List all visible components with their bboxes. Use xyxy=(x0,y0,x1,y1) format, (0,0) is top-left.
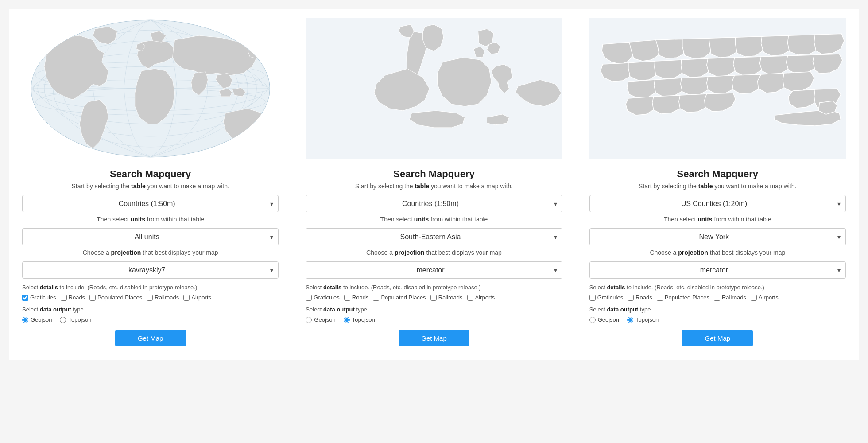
radio-input-0[interactable] xyxy=(589,317,596,323)
radio-label-1: Topojson xyxy=(68,316,91,323)
checkbox-input-1[interactable] xyxy=(344,295,350,301)
checkbox-input-0[interactable] xyxy=(589,295,596,301)
projection-select-3[interactable]: kavrayskiy7mercatoralbersorthographic xyxy=(589,261,846,279)
radio-row-2: Geojson Topojson xyxy=(306,316,562,323)
checkbox-label-2: Populated Places xyxy=(665,294,709,301)
panel-subtitle-3: Start by selecting the table you want to… xyxy=(639,183,796,190)
projection-select-1[interactable]: kavrayskiy7mercatoralbersorthographic xyxy=(22,261,279,279)
output-hint-2: Select data output type xyxy=(306,306,562,313)
table-select-wrapper-3[interactable]: Countries (1:50m)Countries (1:10m)US Cou… xyxy=(589,195,846,212)
checkbox-graticules[interactable]: Graticules xyxy=(22,294,56,301)
radio-row-1: Geojson Topojson xyxy=(22,316,279,323)
units-hint-2: Then select units from within that table xyxy=(380,216,488,223)
checkbox-label-1: Roads xyxy=(636,294,652,301)
units-select-wrapper-1[interactable]: All unitsSouth-Eastern AsiaNew York xyxy=(22,228,279,245)
checkbox-graticules[interactable]: Graticules xyxy=(306,294,340,301)
radio-input-1[interactable] xyxy=(60,317,66,323)
checkbox-railroads[interactable]: Railroads xyxy=(714,294,746,301)
checkbox-input-0[interactable] xyxy=(306,295,312,301)
radio-topojson[interactable]: Topojson xyxy=(627,316,659,323)
checkbox-input-3[interactable] xyxy=(714,295,720,301)
panel-1: Search Mapquery Start by selecting the t… xyxy=(9,9,292,360)
checkbox-populated-places[interactable]: Populated Places xyxy=(373,294,426,301)
projection-select-wrapper-1[interactable]: kavrayskiy7mercatoralbersorthographic xyxy=(22,261,279,279)
radio-row-3: Geojson Topojson xyxy=(589,316,846,323)
projection-select-wrapper-2[interactable]: kavrayskiy7mercatoralbersorthographic xyxy=(306,261,562,279)
radio-label-1: Topojson xyxy=(636,316,659,323)
units-select-1[interactable]: All unitsSouth-Eastern AsiaNew York xyxy=(22,228,279,245)
checkbox-input-1[interactable] xyxy=(628,295,634,301)
units-select-3[interactable]: All unitsSouth-Eastern AsiaNew York xyxy=(589,228,846,245)
checkbox-label-4: Airports xyxy=(191,294,211,301)
map-container-3 xyxy=(589,18,846,159)
projection-select-wrapper-3[interactable]: kavrayskiy7mercatoralbersorthographic xyxy=(589,261,846,279)
radio-label-0: Geojson xyxy=(31,316,52,323)
checkbox-input-3[interactable] xyxy=(430,295,437,301)
radio-input-0[interactable] xyxy=(306,317,312,323)
details-hint-3: Select details to include. (Roads, etc. … xyxy=(589,284,846,291)
radio-input-1[interactable] xyxy=(344,317,350,323)
radio-input-0[interactable] xyxy=(22,317,28,323)
get-map-button-2[interactable]: Get Map xyxy=(399,330,469,346)
radio-geojson[interactable]: Geojson xyxy=(589,316,619,323)
units-select-2[interactable]: All unitsSouth-Eastern AsiaNew York xyxy=(306,228,562,245)
checkbox-label-3: Railroads xyxy=(722,294,746,301)
checkbox-roads[interactable]: Roads xyxy=(344,294,369,301)
table-select-3[interactable]: Countries (1:50m)Countries (1:10m)US Cou… xyxy=(589,195,846,212)
checkbox-populated-places[interactable]: Populated Places xyxy=(89,294,142,301)
checkbox-roads[interactable]: Roads xyxy=(628,294,652,301)
table-select-1[interactable]: Countries (1:50m)Countries (1:10m)US Cou… xyxy=(22,195,279,212)
units-select-wrapper-3[interactable]: All unitsSouth-Eastern AsiaNew York xyxy=(589,228,846,245)
checkboxes-row-2: Graticules Roads Populated Places Railro… xyxy=(306,294,562,301)
panel-subtitle-2: Start by selecting the table you want to… xyxy=(355,183,513,190)
map-container-1 xyxy=(22,18,279,159)
checkbox-input-2[interactable] xyxy=(373,295,379,301)
map-container-2 xyxy=(306,18,562,159)
checkboxes-row-1: Graticules Roads Populated Places Railro… xyxy=(22,294,279,301)
checkbox-railroads[interactable]: Railroads xyxy=(147,294,179,301)
checkbox-roads[interactable]: Roads xyxy=(61,294,85,301)
checkbox-airports[interactable]: Airports xyxy=(467,294,495,301)
checkbox-input-1[interactable] xyxy=(61,295,67,301)
checkbox-label-0: Graticules xyxy=(314,294,340,301)
checkbox-label-2: Populated Places xyxy=(97,294,142,301)
checkbox-input-0[interactable] xyxy=(22,295,28,301)
checkbox-input-4[interactable] xyxy=(751,295,757,301)
units-select-wrapper-2[interactable]: All unitsSouth-Eastern AsiaNew York xyxy=(306,228,562,245)
radio-topojson[interactable]: Topojson xyxy=(60,316,91,323)
projection-hint-1: Choose a projection that best displays y… xyxy=(83,249,218,256)
checkbox-label-0: Graticules xyxy=(597,294,624,301)
panel-subtitle-1: Start by selecting the table you want to… xyxy=(71,183,229,190)
checkbox-airports[interactable]: Airports xyxy=(183,294,211,301)
checkbox-label-2: Populated Places xyxy=(381,294,426,301)
projection-hint-2: Choose a projection that best displays y… xyxy=(366,249,502,256)
checkbox-label-3: Railroads xyxy=(438,294,463,301)
checkbox-input-4[interactable] xyxy=(467,295,473,301)
radio-label-0: Geojson xyxy=(314,316,335,323)
checkbox-populated-places[interactable]: Populated Places xyxy=(657,294,709,301)
checkbox-input-2[interactable] xyxy=(89,295,96,301)
table-select-wrapper-1[interactable]: Countries (1:50m)Countries (1:10m)US Cou… xyxy=(22,195,279,212)
checkbox-label-1: Roads xyxy=(69,294,85,301)
table-select-2[interactable]: Countries (1:50m)Countries (1:10m)US Cou… xyxy=(306,195,562,212)
table-select-wrapper-2[interactable]: Countries (1:50m)Countries (1:10m)US Cou… xyxy=(306,195,562,212)
checkbox-input-4[interactable] xyxy=(183,295,190,301)
details-hint-1: Select details to include. (Roads, etc. … xyxy=(22,284,279,291)
checkbox-input-2[interactable] xyxy=(657,295,663,301)
radio-geojson[interactable]: Geojson xyxy=(306,316,335,323)
details-hint-2: Select details to include. (Roads, etc. … xyxy=(306,284,562,291)
projection-select-2[interactable]: kavrayskiy7mercatoralbersorthographic xyxy=(306,261,562,279)
checkbox-airports[interactable]: Airports xyxy=(751,294,779,301)
checkbox-label-4: Airports xyxy=(475,294,495,301)
radio-topojson[interactable]: Topojson xyxy=(344,316,375,323)
checkbox-label-1: Roads xyxy=(352,294,369,301)
checkbox-railroads[interactable]: Railroads xyxy=(430,294,463,301)
radio-geojson[interactable]: Geojson xyxy=(22,316,52,323)
checkbox-input-3[interactable] xyxy=(147,295,153,301)
panel-title-2: Search Mapquery xyxy=(393,168,474,180)
radio-input-1[interactable] xyxy=(627,317,633,323)
radio-label-0: Geojson xyxy=(598,316,619,323)
get-map-button-1[interactable]: Get Map xyxy=(115,330,186,346)
get-map-button-3[interactable]: Get Map xyxy=(682,330,753,346)
checkbox-graticules[interactable]: Graticules xyxy=(589,294,624,301)
